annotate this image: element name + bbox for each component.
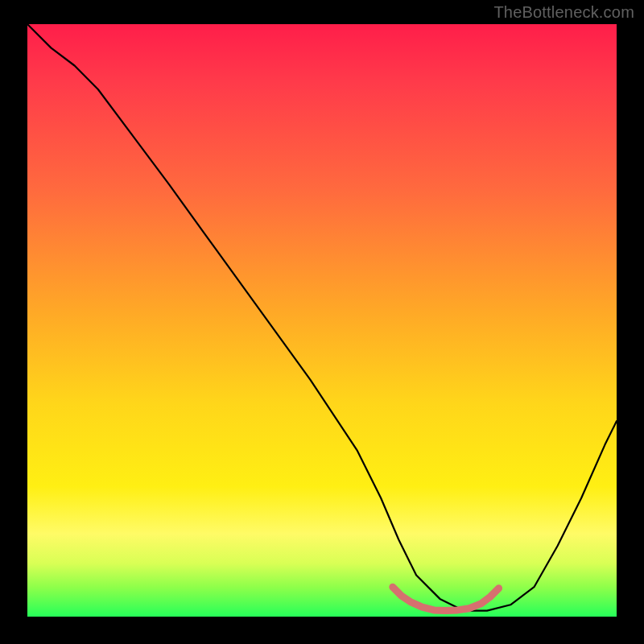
chart-svg: [27, 24, 617, 617]
watermark-text: TheBottleneck.com: [493, 3, 634, 22]
bottleneck-curve: [27, 24, 617, 611]
min-plateau-highlight: [393, 587, 499, 610]
chart-frame: TheBottleneck.com: [0, 0, 644, 644]
plot-area: [27, 24, 617, 617]
